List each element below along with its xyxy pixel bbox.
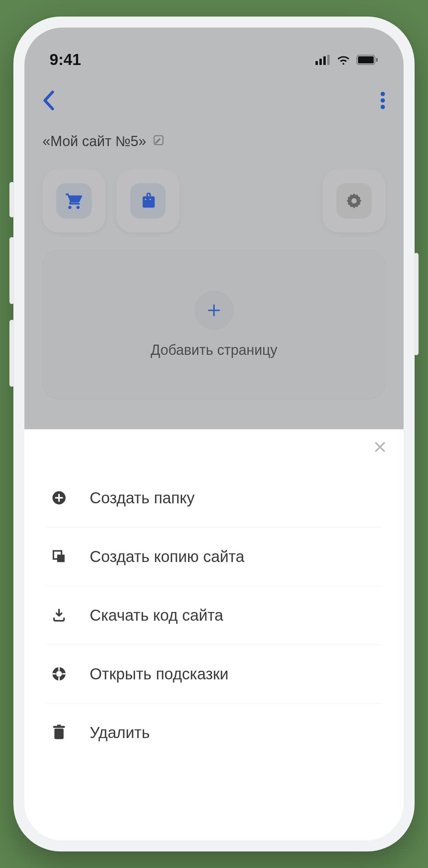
device-side-button xyxy=(9,320,14,387)
menu-label: Открыть подсказки xyxy=(90,665,229,683)
lifebuoy-icon xyxy=(50,664,68,683)
copy-icon xyxy=(50,547,68,566)
svg-rect-3 xyxy=(327,55,330,65)
screen: 9:41 xyxy=(24,28,404,840)
add-page-label: Добавить страницу xyxy=(151,342,277,358)
card-shop[interactable] xyxy=(42,169,105,232)
more-button[interactable] xyxy=(380,92,386,111)
menu-item-create-folder[interactable]: Создать папку xyxy=(46,469,382,527)
menu-item-download-code[interactable]: Скачать код сайта xyxy=(46,586,382,645)
svg-rect-18 xyxy=(57,725,61,726)
card-settings[interactable] xyxy=(323,169,386,232)
svg-rect-17 xyxy=(53,726,65,728)
plus-icon xyxy=(194,291,234,330)
sheet-menu: Создать папку Создать копию сайта Скачат… xyxy=(46,469,382,762)
menu-label: Создать копию сайта xyxy=(90,548,244,566)
back-button[interactable] xyxy=(42,91,54,112)
device-frame: 9:41 xyxy=(13,17,415,851)
add-page-panel[interactable]: Добавить страницу xyxy=(42,250,386,399)
status-bar: 9:41 xyxy=(24,28,404,75)
download-icon xyxy=(50,606,68,625)
device-side-button xyxy=(9,182,14,217)
device-side-button xyxy=(414,253,419,355)
svg-rect-16 xyxy=(54,729,63,739)
battery-icon xyxy=(356,51,378,69)
svg-rect-5 xyxy=(358,56,374,63)
svg-point-7 xyxy=(381,92,385,96)
menu-item-open-tips[interactable]: Открыть подсказки xyxy=(46,645,382,703)
trash-icon xyxy=(50,723,68,742)
menu-item-copy-site[interactable]: Создать копию сайта xyxy=(46,527,382,586)
svg-rect-0 xyxy=(315,61,318,65)
status-time: 9:41 xyxy=(50,51,81,69)
menu-label: Удалить xyxy=(90,724,150,742)
plus-circle-icon xyxy=(50,488,68,507)
page-title: «Мой сайт №5» xyxy=(42,133,146,150)
cards-row xyxy=(24,154,404,232)
wifi-icon xyxy=(336,51,351,69)
gear-icon xyxy=(336,183,372,219)
device-side-button xyxy=(9,237,14,304)
nav-bar xyxy=(24,75,404,120)
cart-icon xyxy=(56,183,92,219)
page-title-row: «Мой сайт №5» xyxy=(24,120,404,154)
svg-rect-1 xyxy=(319,59,322,65)
edit-icon[interactable] xyxy=(153,133,164,150)
svg-rect-6 xyxy=(376,58,378,62)
menu-label: Скачать код сайта xyxy=(90,606,223,624)
close-button[interactable] xyxy=(373,437,387,458)
bag-icon xyxy=(130,183,166,219)
svg-point-15 xyxy=(56,671,62,677)
menu-item-delete[interactable]: Удалить xyxy=(46,703,382,762)
svg-point-9 xyxy=(381,105,385,109)
svg-rect-13 xyxy=(57,555,65,562)
status-icons xyxy=(315,51,378,69)
action-sheet: Создать папку Создать копию сайта Скачат… xyxy=(24,429,404,840)
svg-point-8 xyxy=(381,98,385,103)
svg-rect-2 xyxy=(323,56,326,65)
cellular-icon xyxy=(315,51,330,69)
card-catalog[interactable] xyxy=(116,169,179,232)
menu-label: Создать папку xyxy=(90,489,195,507)
